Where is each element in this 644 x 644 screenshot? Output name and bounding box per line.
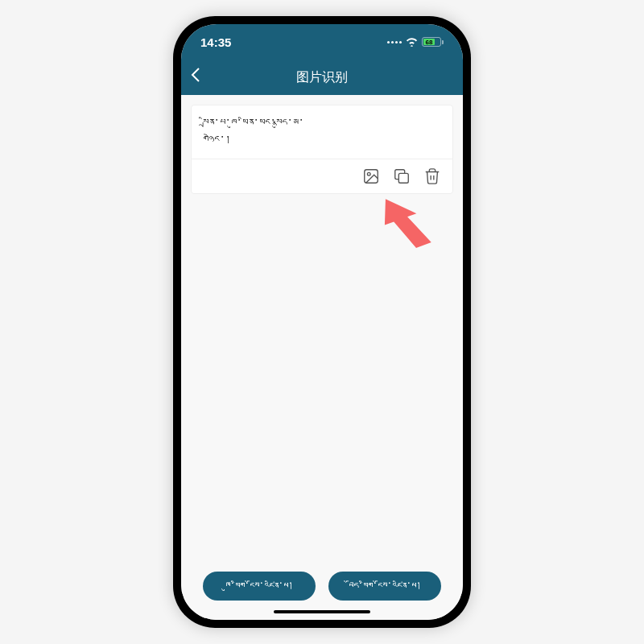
recognize-button-2[interactable]: བོད་ཡིག་ངོས་འཛིན་པ། <box>328 572 441 601</box>
recognized-text: སྲིན་པ་ཁུ་ཡིན་ཡང་སྣུད་མ་ གཉེང་། <box>192 105 452 159</box>
text-line-2: གཉེང་། <box>203 132 441 149</box>
page-title: 图片识别 <box>191 69 453 86</box>
phone-frame: 14:35 68 <box>173 16 471 628</box>
recognize-button-1[interactable]: ཁུ་ཡིག་ངོས་འཛིན་པ། <box>203 572 316 601</box>
signal-icon <box>387 41 402 43</box>
svg-rect-2 <box>398 173 408 183</box>
status-bar: 14:35 68 <box>181 24 463 60</box>
text-line-1: སྲིན་པ་ཁུ་ཡིན་ཡང་སྣུད་མ་ <box>203 115 441 132</box>
header: 图片识别 <box>181 60 463 95</box>
wifi-icon <box>406 37 418 47</box>
back-button[interactable] <box>191 67 200 88</box>
battery-icon: 68 <box>422 37 444 47</box>
home-indicator[interactable] <box>274 610 370 613</box>
phone-screen: 14:35 68 <box>181 24 463 620</box>
image-icon[interactable] <box>362 167 380 185</box>
status-time: 14:35 <box>200 35 231 49</box>
content-area: སྲིན་པ་ཁུ་ཡིན་ཡང་སྣུད་མ་ གཉེང་། <box>181 95 463 559</box>
annotation-arrow-icon <box>378 185 435 258</box>
trash-icon[interactable] <box>423 167 441 185</box>
result-card: སྲིན་པ་ཁུ་ཡིན་ཡང་སྣུད་མ་ གཉེང་། <box>191 105 453 194</box>
status-right: 68 <box>387 37 444 47</box>
copy-icon[interactable] <box>393 167 411 185</box>
svg-point-1 <box>367 172 370 175</box>
